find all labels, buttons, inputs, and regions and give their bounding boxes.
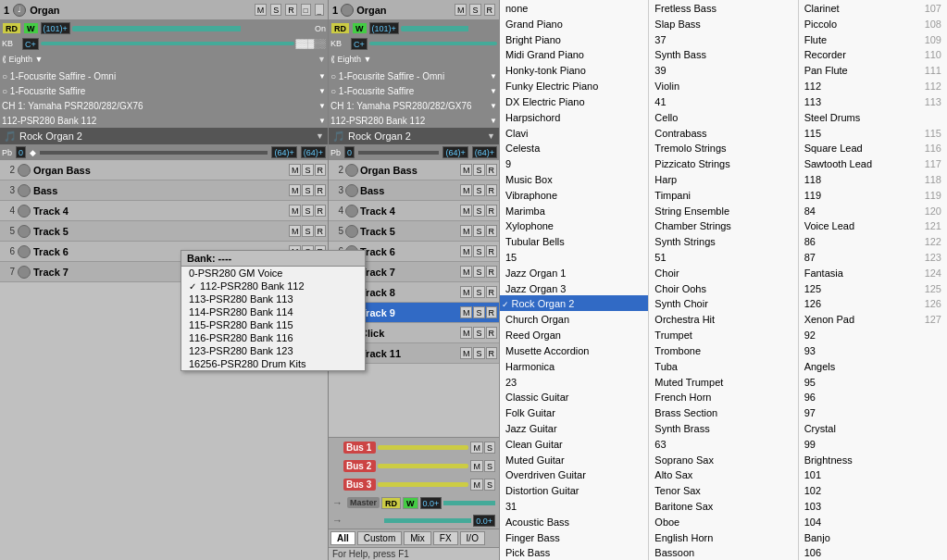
instr-recorder[interactable]: Recorder110 bbox=[799, 46, 947, 62]
instr-trombone[interactable]: Trombone bbox=[649, 342, 797, 358]
instr-muted-guitar[interactable]: Muted Guitar bbox=[500, 452, 648, 467]
instr-grand-piano[interactable]: Grand Piano bbox=[500, 16, 648, 31]
mid-rec-btn[interactable]: R bbox=[484, 4, 496, 16]
bank-item-112[interactable]: 112-PSR280 Bank 112 bbox=[181, 280, 365, 292]
bank-item-114[interactable]: 114-PSR280 Bank 114 bbox=[181, 305, 365, 318]
instr-xenon-pad[interactable]: Xenon Pad127 bbox=[799, 311, 947, 327]
rec-3[interactable]: R bbox=[315, 184, 327, 196]
instr-harmonica[interactable]: Harmonica bbox=[500, 358, 648, 374]
instr-midi-grand[interactable]: Midi Grand Piano bbox=[500, 46, 648, 62]
mid-s4[interactable]: S bbox=[473, 205, 484, 217]
mid-rd-button[interactable]: RD bbox=[330, 22, 350, 34]
mid-r6[interactable]: R bbox=[486, 245, 498, 257]
instrument-row[interactable]: 🎵 Rock Organ 2 ▼ bbox=[0, 128, 328, 144]
solo-4[interactable]: S bbox=[302, 205, 313, 217]
instr-timpani[interactable]: Timpani bbox=[649, 187, 797, 203]
instr-tenor-sax[interactable]: Tenor Sax bbox=[649, 482, 797, 498]
mid-track-row-4[interactable]: 4 Track 4 MSR bbox=[329, 201, 499, 221]
instr-103[interactable]: 103 bbox=[799, 498, 947, 514]
instr-trumpet[interactable]: Trumpet bbox=[649, 327, 797, 342]
instr-23[interactable]: 23 bbox=[500, 374, 648, 390]
instr-voice-lead[interactable]: Voice Lead121 bbox=[799, 218, 947, 233]
instr-119[interactable]: 119119 bbox=[799, 187, 947, 203]
instr-15[interactable]: 15 bbox=[500, 249, 648, 265]
instr-english-horn[interactable]: English Horn bbox=[649, 529, 797, 545]
track1-rec-btn[interactable]: R bbox=[285, 4, 297, 16]
instr-51[interactable]: 51 bbox=[649, 249, 797, 265]
rec-4[interactable]: R bbox=[315, 205, 327, 217]
bus-3-m[interactable]: M bbox=[470, 479, 483, 491]
instr-synth-brass[interactable]: Synth Brass bbox=[649, 420, 797, 436]
track1-window-btn[interactable]: □ bbox=[301, 4, 311, 16]
instr-acoustic-bass[interactable]: Acoustic Bass bbox=[500, 514, 648, 529]
instr-baritone-sax[interactable]: Baritone Sax bbox=[649, 498, 797, 514]
track-row-2[interactable]: 2 Organ Bass M S R bbox=[0, 160, 328, 180]
mid-solo-btn[interactable]: S bbox=[469, 4, 480, 16]
mid-s2[interactable]: S bbox=[473, 164, 484, 176]
instr-celesta[interactable]: Celesta bbox=[500, 140, 648, 156]
instr-steel-drums[interactable]: Steel Drums bbox=[799, 109, 947, 125]
mid-r4[interactable]: R bbox=[486, 205, 498, 217]
instr-115[interactable]: 115115 bbox=[799, 125, 947, 141]
instr-bassoon[interactable]: Bassoon bbox=[649, 544, 797, 560]
mid-instrument-row[interactable]: 🎵 Rock Organ 2 ▼ bbox=[329, 128, 499, 144]
bus-3-row[interactable]: Bus 3 MS bbox=[329, 475, 499, 493]
instr-112[interactable]: 112112 bbox=[799, 78, 947, 93]
bus-3-slider[interactable] bbox=[378, 482, 468, 487]
bank-item-115[interactable]: 115-PSR280 Bank 115 bbox=[181, 318, 365, 331]
instr-alto-sax[interactable]: Alto Sax bbox=[649, 467, 797, 482]
rec-2[interactable]: R bbox=[315, 164, 327, 176]
instr-violin[interactable]: Violin bbox=[649, 78, 797, 93]
mid-channel-row[interactable]: CH 1: Yamaha PSR280/282/GX76 ▼ bbox=[329, 98, 499, 113]
instr-clavi[interactable]: Clavi bbox=[500, 125, 648, 141]
instr-125[interactable]: 125125 bbox=[799, 280, 947, 296]
bus-2-m[interactable]: M bbox=[470, 460, 483, 472]
channel-row[interactable]: CH 1: Yamaha PSR280/282/GX76 ▼ bbox=[0, 98, 328, 113]
instr-reed-organ[interactable]: Reed Organ bbox=[500, 327, 648, 342]
instr-102[interactable]: 102 bbox=[799, 482, 947, 498]
instr-choir-oohs[interactable]: Choir Oohs bbox=[649, 280, 797, 296]
track-row-5[interactable]: 5 Track 5 M S R bbox=[0, 221, 328, 242]
instr-crystal[interactable]: Crystal bbox=[799, 420, 947, 436]
tab-all[interactable]: All bbox=[330, 531, 355, 545]
mid-device1-row[interactable]: ○ 1-Focusrite Saffire - Omni ▼ bbox=[329, 68, 499, 83]
tab-custom[interactable]: Custom bbox=[357, 531, 402, 545]
instr-jazz-guitar[interactable]: Jazz Guitar bbox=[500, 420, 648, 436]
master-w[interactable]: W bbox=[403, 497, 418, 509]
instr-96[interactable]: 96 bbox=[799, 389, 947, 404]
instr-jazz-organ-1[interactable]: Jazz Organ 1 bbox=[500, 265, 648, 280]
mid-s3[interactable]: S bbox=[473, 184, 484, 196]
bank-item-123[interactable]: 123-PSR280 Bank 123 bbox=[181, 344, 365, 357]
instr-118[interactable]: 118118 bbox=[799, 171, 947, 187]
instr-muted-trumpet[interactable]: Muted Trumpet bbox=[649, 374, 797, 390]
bus-1-m[interactable]: M bbox=[470, 442, 483, 454]
instr-95[interactable]: 95 bbox=[799, 374, 947, 390]
bank-item-113[interactable]: 113-PSR280 Bank 113 bbox=[181, 292, 365, 305]
bank-item-16256[interactable]: 16256-PSR280 Drum Kits bbox=[181, 357, 365, 370]
instr-tubular-bells[interactable]: Tubular Bells bbox=[500, 233, 648, 249]
mute-2[interactable]: M bbox=[289, 164, 302, 176]
instr-clean-guitar[interactable]: Clean Guitar bbox=[500, 436, 648, 452]
bus-1-s[interactable]: S bbox=[484, 442, 495, 454]
instr-dx-ep[interactable]: DX Electric Piano bbox=[500, 93, 648, 109]
instr-brass-section[interactable]: Brass Section bbox=[649, 404, 797, 420]
instr-rock-organ-2[interactable]: Rock Organ 2 bbox=[500, 295, 648, 311]
instr-synth-strings[interactable]: Synth Strings bbox=[649, 233, 797, 249]
bank-item-0[interactable]: 0-PSR280 GM Voice bbox=[181, 267, 365, 280]
mid-r10[interactable]: R bbox=[486, 327, 498, 339]
instr-angels[interactable]: Angels bbox=[799, 358, 947, 374]
instr-folk-guitar[interactable]: Folk Guitar bbox=[500, 404, 648, 420]
instr-fantasia[interactable]: Fantasia124 bbox=[799, 265, 947, 280]
solo-5[interactable]: S bbox=[302, 225, 313, 237]
instr-overdriven[interactable]: Overdriven Guitar bbox=[500, 467, 648, 482]
bus-1-slider[interactable] bbox=[378, 445, 468, 450]
instr-vibraphone[interactable]: Vibraphone bbox=[500, 187, 648, 203]
instr-musette[interactable]: Musette Accordion bbox=[500, 342, 648, 358]
mid-m6[interactable]: M bbox=[460, 245, 473, 257]
w-button[interactable]: W bbox=[23, 22, 39, 34]
mid-s8[interactable]: S bbox=[473, 286, 484, 298]
instr-orchestra-hit[interactable]: Orchestra Hit bbox=[649, 311, 797, 327]
instr-97[interactable]: 97 bbox=[799, 404, 947, 420]
tab-fx[interactable]: FX bbox=[433, 531, 458, 545]
mid-r8[interactable]: R bbox=[486, 286, 498, 298]
